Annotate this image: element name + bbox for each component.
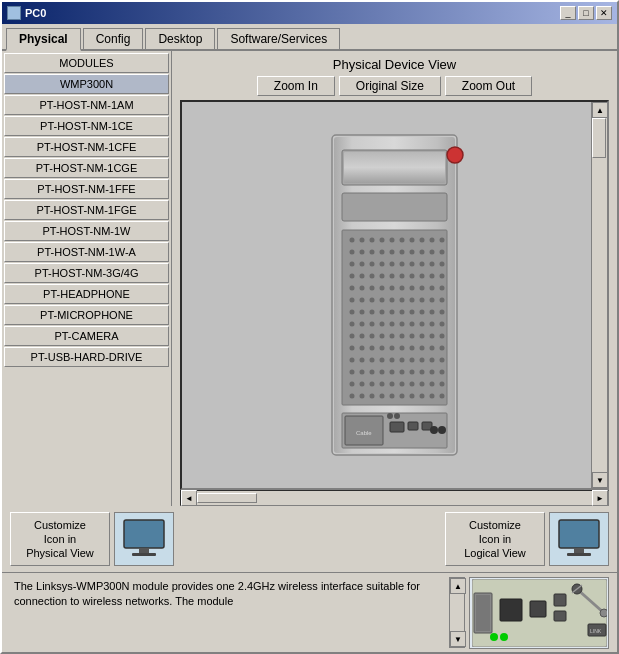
content-area: MODULES WMP300N PT-HOST-NM-1AM PT-HOST-N…	[2, 51, 617, 506]
description-area: The Linksys-WMP300N module provides one …	[2, 572, 617, 652]
svg-point-53	[410, 286, 415, 291]
sidebar-item-wmp300n[interactable]: WMP300N	[4, 74, 169, 94]
desc-scroll-up-button[interactable]: ▲	[450, 578, 466, 594]
svg-point-84	[420, 322, 425, 327]
sidebar-item-pt-host-nm-1fge[interactable]: PT-HOST-NM-1FGE	[4, 200, 169, 220]
svg-point-174	[490, 633, 498, 641]
svg-point-59	[370, 298, 375, 303]
svg-point-20	[380, 250, 385, 255]
sidebar-item-pt-host-nm-3g4g[interactable]: PT-HOST-NM-3G/4G	[4, 263, 169, 283]
svg-point-51	[390, 286, 395, 291]
svg-rect-160	[559, 520, 599, 548]
scroll-thumb[interactable]	[592, 118, 606, 158]
sidebar-item-pt-usb-hard-drive[interactable]: PT-USB-HARD-DRIVE	[4, 347, 169, 367]
svg-point-82	[400, 322, 405, 327]
sidebar-item-pt-host-nm-1am[interactable]: PT-HOST-NM-1AM	[4, 95, 169, 115]
svg-point-67	[350, 310, 355, 315]
customize-logical-button[interactable]: CustomizeIcon inLogical View	[445, 512, 545, 566]
description-scrollbar: ▲ ▼	[449, 577, 465, 648]
svg-point-122	[400, 370, 405, 375]
sidebar-item-modules[interactable]: MODULES	[4, 53, 169, 73]
svg-point-70	[380, 310, 385, 315]
original-size-button[interactable]: Original Size	[339, 76, 441, 96]
svg-point-81	[390, 322, 395, 327]
svg-point-172	[600, 609, 607, 617]
customize-physical-button[interactable]: CustomizeIcon inPhysical View	[10, 512, 110, 566]
svg-point-75	[430, 310, 435, 315]
sidebar-item-pt-host-nm-1w[interactable]: PT-HOST-NM-1W	[4, 221, 169, 241]
svg-point-83	[410, 322, 415, 327]
svg-point-145	[430, 394, 435, 399]
svg-point-31	[390, 262, 395, 267]
sidebar-item-pt-host-nm-1ffe[interactable]: PT-HOST-NM-1FFE	[4, 179, 169, 199]
svg-point-115	[430, 358, 435, 363]
svg-point-93	[410, 334, 415, 339]
device-viewport: Cable ▲ ▼	[180, 100, 609, 490]
svg-point-124	[420, 370, 425, 375]
svg-point-132	[400, 382, 405, 387]
svg-point-107	[350, 358, 355, 363]
svg-point-100	[380, 346, 385, 351]
zoom-in-button[interactable]: Zoom In	[257, 76, 335, 96]
svg-point-15	[430, 238, 435, 243]
sidebar-item-pt-camera[interactable]: PT-CAMERA	[4, 326, 169, 346]
scroll-up-button[interactable]: ▲	[592, 102, 608, 118]
description-text-wrapper: The Linksys-WMP300N module provides one …	[10, 577, 465, 648]
svg-point-95	[430, 334, 435, 339]
zoom-out-button[interactable]: Zoom Out	[445, 76, 532, 96]
scroll-right-button[interactable]: ►	[592, 490, 608, 506]
h-scroll-thumb[interactable]	[197, 493, 257, 503]
svg-point-24	[420, 250, 425, 255]
sidebar-item-pt-headphone[interactable]: PT-HEADPHONE	[4, 284, 169, 304]
svg-point-71	[390, 310, 395, 315]
minimize-button[interactable]: _	[560, 6, 576, 20]
svg-point-78	[360, 322, 365, 327]
maximize-button[interactable]: □	[578, 6, 594, 20]
scroll-down-button[interactable]: ▼	[592, 472, 608, 488]
sidebar-item-pt-host-nm-1cfe[interactable]: PT-HOST-NM-1CFE	[4, 137, 169, 157]
tab-desktop[interactable]: Desktop	[145, 28, 215, 49]
svg-rect-159	[132, 553, 156, 556]
svg-rect-6	[342, 230, 447, 405]
close-button[interactable]: ✕	[596, 6, 612, 20]
svg-point-18	[360, 250, 365, 255]
svg-point-42	[400, 274, 405, 279]
sidebar: MODULES WMP300N PT-HOST-NM-1AM PT-HOST-N…	[2, 51, 172, 506]
svg-point-69	[370, 310, 375, 315]
tab-software-services[interactable]: Software/Services	[217, 28, 340, 49]
description-text: The Linksys-WMP300N module provides one …	[10, 577, 449, 648]
svg-point-125	[430, 370, 435, 375]
svg-point-11	[390, 238, 395, 243]
svg-rect-157	[124, 520, 164, 548]
sidebar-item-pt-host-nm-1cge[interactable]: PT-HOST-NM-1CGE	[4, 158, 169, 178]
svg-point-41	[390, 274, 395, 279]
svg-point-156	[394, 413, 400, 419]
sidebar-item-pt-microphone[interactable]: PT-MICROPHONE	[4, 305, 169, 325]
desc-scroll-down-button[interactable]: ▼	[450, 631, 466, 647]
svg-point-58	[360, 298, 365, 303]
sidebar-container: MODULES WMP300N PT-HOST-NM-1AM PT-HOST-N…	[2, 51, 171, 506]
window-icon	[7, 6, 21, 20]
svg-point-98	[360, 346, 365, 351]
svg-point-33	[410, 262, 415, 267]
sidebar-list[interactable]: MODULES WMP300N PT-HOST-NM-1AM PT-HOST-N…	[2, 51, 171, 506]
sidebar-item-pt-host-nm-1w-a[interactable]: PT-HOST-NM-1W-A	[4, 242, 169, 262]
svg-point-50	[380, 286, 385, 291]
tab-config[interactable]: Config	[83, 28, 144, 49]
svg-point-175	[500, 633, 508, 641]
svg-point-142	[400, 394, 405, 399]
svg-point-8	[360, 238, 365, 243]
svg-point-29	[370, 262, 375, 267]
svg-point-110	[380, 358, 385, 363]
zoom-bar: Zoom In Original Size Zoom Out	[172, 76, 617, 100]
svg-point-117	[350, 370, 355, 375]
svg-point-26	[440, 250, 445, 255]
logical-monitor-icon	[554, 517, 604, 562]
sidebar-item-pt-host-nm-1ce[interactable]: PT-HOST-NM-1CE	[4, 116, 169, 136]
svg-point-14	[420, 238, 425, 243]
tab-physical[interactable]: Physical	[6, 28, 81, 51]
scroll-left-button[interactable]: ◄	[181, 490, 197, 506]
customize-bar: CustomizeIcon inPhysical View CustomizeI…	[2, 506, 617, 572]
tab-bar: Physical Config Desktop Software/Service…	[2, 24, 617, 51]
svg-point-32	[400, 262, 405, 267]
